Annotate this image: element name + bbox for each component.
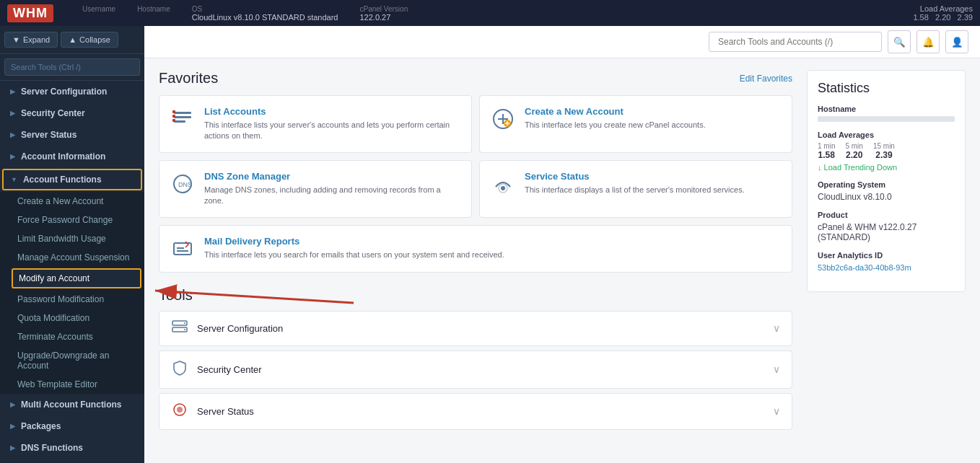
load-1min-col: 1 min 1.58: [818, 142, 835, 160]
tool-security-center-label: Security Center: [197, 364, 262, 375]
analytics-link[interactable]: 53bb2c6a-da30-40b8-93m: [818, 263, 911, 272]
edit-favorites-link[interactable]: Edit Favorites: [740, 74, 792, 84]
chevron-right-icon: ▶: [10, 444, 15, 451]
sidebar-item-label: Account Functions: [23, 175, 102, 185]
svg-rect-5: [172, 119, 175, 122]
sidebar-item-server-status[interactable]: ▶ Server Status: [0, 124, 144, 146]
stat-load-label: Load Averages: [818, 131, 955, 139]
load-5min-value: 2.20: [845, 150, 862, 160]
load-trending-text: ↓ Load Trending Down: [818, 163, 955, 172]
sidebar-subitem-web-template-editor[interactable]: Web Template Editor: [0, 375, 144, 394]
chevron-right-icon: ▶: [10, 401, 15, 408]
stat-product: Product cPanel & WHM v122.0.27 (STANDARD…: [818, 211, 955, 242]
chevron-right-icon: ▶: [10, 88, 15, 95]
search-tools-input[interactable]: [709, 32, 882, 52]
expand-button[interactable]: ▼ Expand: [4, 32, 58, 48]
stat-load-averages: Load Averages 1 min 1.58 5 min 2.20: [818, 131, 955, 172]
top-bar: WHM Username Hostname OS CloudLinux v8.1…: [0, 0, 980, 26]
svg-point-21: [184, 322, 185, 324]
sidebar-item-dns-functions[interactable]: ▶ DNS Functions: [0, 437, 144, 459]
search-tools-bar: 🔍 🔔 👤: [709, 30, 968, 53]
collapse-label: Collapse: [79, 35, 110, 44]
sidebar-item-account-functions[interactable]: ▼ Account Functions: [2, 169, 142, 190]
tool-row-server-configuration[interactable]: Server Configuration ∨: [159, 311, 792, 346]
load-5min-col: 5 min 2.20: [845, 142, 862, 160]
tool-row-left: Security Center: [171, 360, 262, 379]
svg-rect-17: [177, 247, 184, 249]
chevron-right-icon: ▶: [10, 131, 15, 138]
sidebar-item-packages[interactable]: ▶ Packages: [0, 415, 144, 437]
tool-server-status-label: Server Status: [197, 406, 254, 417]
collapse-button[interactable]: ▲ Collapse: [61, 32, 118, 48]
stat-analytics: User Analytics ID 53bb2c6a-da30-40b8-93m: [818, 251, 955, 273]
sidebar-search-input[interactable]: [4, 58, 140, 76]
stat-os-label: Operating System: [818, 180, 955, 189]
sidebar-subitem-quota-modification[interactable]: Quota Modification: [0, 309, 144, 327]
fav-card-mail-delivery[interactable]: Mail Delivery Reports This interface let…: [159, 225, 792, 273]
os-col: OS CloudLinux v8.10.0 STANDARD standard: [192, 5, 338, 22]
tool-row-server-status[interactable]: Server Status ∨: [159, 393, 792, 430]
load-row: 1 min 1.58 5 min 2.20 15 min 2.39: [818, 142, 955, 160]
sidebar-item-server-configuration[interactable]: ▶ Server Configuration: [0, 81, 144, 102]
user-button[interactable]: 👤: [945, 30, 968, 53]
dns-zone-icon: DNS: [170, 171, 196, 197]
cpanel-version-label: cPanel Version: [360, 5, 408, 13]
search-button[interactable]: 🔍: [888, 30, 911, 53]
sidebar-item-label: Server Status: [21, 130, 76, 140]
create-account-title: Create a New Account: [525, 106, 706, 117]
mail-delivery-icon: [170, 236, 196, 262]
stat-product-label: Product: [818, 211, 955, 219]
sidebar-subitem-create-account[interactable]: Create a New Account: [0, 192, 144, 211]
expand-label: Expand: [23, 35, 50, 44]
list-accounts-title: List Accounts: [204, 106, 461, 117]
bell-button[interactable]: 🔔: [916, 30, 940, 53]
sidebar-search-box: [0, 54, 144, 81]
chevron-down-icon: ∨: [773, 322, 780, 334]
tool-row-security-center[interactable]: Security Center ∨: [159, 350, 792, 389]
account-functions-submenu: Create a New Account Force Password Chan…: [0, 192, 144, 394]
sidebar-item-security-center[interactable]: ▶ Security Center: [0, 102, 144, 124]
os-value: CloudLinux v8.10.0 STANDARD standard: [192, 13, 338, 22]
bell-icon: 🔔: [922, 37, 935, 48]
sidebar-subitem-force-password-change[interactable]: Force Password Change: [0, 211, 144, 229]
sidebar-subitem-terminate-accounts[interactable]: Terminate Accounts: [0, 327, 144, 346]
stat-hostname-label: Hostname: [818, 105, 955, 113]
stat-os-value: CloudLinux v8.10.0: [818, 192, 955, 202]
list-accounts-text: List Accounts This interface lists your …: [204, 106, 461, 142]
chevron-down-icon: ∨: [773, 405, 780, 417]
hostname-bar: [818, 116, 955, 122]
sidebar-item-account-information[interactable]: ▶ Account Information: [0, 146, 144, 167]
sidebar-subitem-manage-suspension[interactable]: Manage Account Suspension: [0, 248, 144, 267]
tools-section-title: Tools: [159, 287, 792, 304]
chevron-right-icon: ▶: [10, 423, 15, 430]
create-account-icon: [490, 106, 516, 132]
sidebar-item-label: Multi Account Functions: [21, 400, 122, 410]
sidebar-item-multi-account-functions[interactable]: ▶ Multi Account Functions: [0, 394, 144, 415]
chevron-right-icon: ▶: [10, 153, 15, 160]
username-col: Username: [82, 5, 115, 22]
svg-point-24: [177, 407, 183, 413]
sidebar-subitem-password-modification[interactable]: Password Modification: [0, 290, 144, 309]
fav-card-service-status[interactable]: Service Status This interface displays a…: [479, 160, 792, 218]
sidebar-subitem-upgrade-downgrade[interactable]: Upgrade/Downgrade an Account: [0, 346, 144, 375]
dns-zone-text: DNS Zone Manager Manage DNS zones, inclu…: [204, 171, 461, 207]
statistics-panel: Statistics Hostname Load Averages 1 min …: [807, 70, 966, 292]
sidebar-subitem-limit-bandwidth[interactable]: Limit Bandwidth Usage: [0, 229, 144, 248]
sidebar-nav: ▶ Server Configuration ▶ Security Center…: [0, 81, 144, 463]
fav-card-create-account[interactable]: Create a New Account This interface lets…: [479, 95, 792, 153]
username-label: Username: [82, 5, 115, 13]
circle-status-icon: [171, 402, 188, 420]
search-icon: 🔍: [893, 37, 906, 48]
cpanel-version-value: 122.0.27: [360, 13, 391, 22]
service-status-text: Service Status This interface displays a…: [525, 171, 745, 195]
fav-card-dns-zone[interactable]: DNS DNS Zone Manager Manage DNS zones, i…: [159, 160, 472, 218]
chevron-down-icon: ▼: [11, 176, 17, 183]
main-content: Favorites Edit Favorites: [144, 58, 980, 463]
whm-logo: WHM: [7, 4, 53, 22]
fav-card-list-accounts[interactable]: List Accounts This interface lists your …: [159, 95, 472, 153]
sidebar-subitem-modify-account[interactable]: Modify an Account: [12, 268, 141, 288]
svg-rect-18: [177, 250, 188, 252]
service-status-desc: This interface displays a list of the se…: [525, 185, 745, 195]
svg-text:DNS: DNS: [178, 181, 192, 188]
dns-zone-desc: Manage DNS zones, including adding and r…: [204, 185, 461, 207]
